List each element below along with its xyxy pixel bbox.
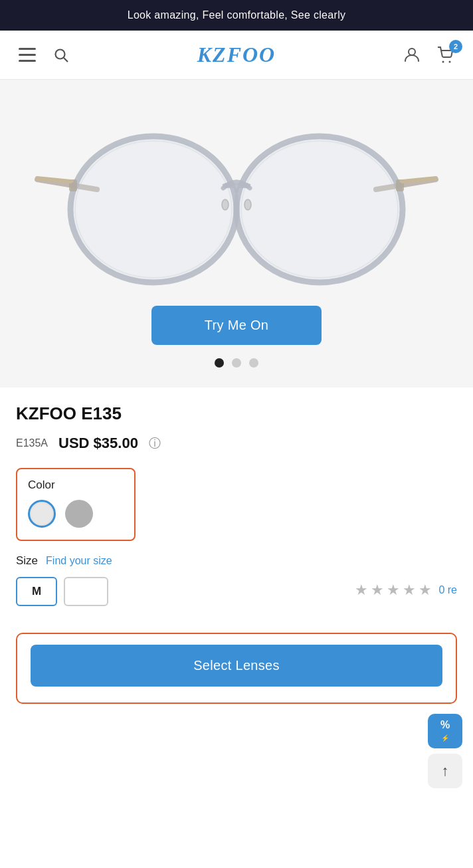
rating-row: ★ ★ ★ ★ ★ 0 re	[355, 582, 457, 599]
color-section: Color	[16, 468, 136, 541]
search-button[interactable]	[50, 45, 72, 66]
find-size-link[interactable]: Find your size	[46, 555, 112, 567]
dot-1[interactable]	[215, 358, 224, 368]
star-4: ★	[403, 582, 416, 599]
menu-button[interactable]	[16, 45, 39, 65]
cart-wrapper: 2	[434, 44, 457, 66]
header-right: 2	[401, 44, 457, 66]
cart-badge: 2	[449, 40, 462, 53]
product-image	[13, 106, 460, 292]
site-logo[interactable]: KZFOO	[72, 43, 401, 67]
size-row: Size Find your size	[16, 554, 457, 568]
svg-rect-1	[19, 54, 36, 56]
select-lenses-section: Select Lenses	[16, 633, 457, 704]
svg-rect-2	[19, 60, 36, 62]
star-3: ★	[387, 582, 400, 599]
scroll-top-button[interactable]: ↑	[428, 754, 462, 788]
header-left	[16, 45, 72, 66]
logo-text: KZFOO	[197, 43, 276, 66]
header: KZFOO 2	[0, 31, 473, 80]
svg-point-5	[409, 49, 415, 55]
svg-point-3	[56, 49, 65, 58]
discount-button[interactable]: %⚡	[428, 714, 462, 748]
svg-point-11	[75, 141, 232, 278]
star-2: ★	[371, 582, 384, 599]
dot-2[interactable]	[232, 358, 241, 368]
color-options	[28, 500, 124, 528]
svg-point-13	[241, 141, 398, 278]
top-banner: Look amazing, Feel comfortable, See clea…	[0, 0, 473, 31]
product-sku: E135A	[16, 437, 48, 449]
svg-point-19	[244, 199, 251, 210]
size-btn-m[interactable]: M	[16, 577, 57, 606]
product-image-area: Try Me On	[0, 80, 473, 387]
color-swatch-gray[interactable]	[65, 500, 93, 528]
size-label: Size	[16, 554, 38, 568]
scroll-top-icon: ↑	[442, 762, 449, 780]
svg-line-4	[64, 58, 68, 62]
svg-point-18	[222, 199, 229, 210]
star-5: ★	[419, 582, 432, 599]
select-lenses-button[interactable]: Select Lenses	[31, 645, 442, 687]
image-dots-indicator	[215, 358, 258, 368]
try-me-on-button[interactable]: Try Me On	[151, 306, 322, 345]
price-info-icon[interactable]: ⓘ	[149, 435, 161, 451]
svg-point-6	[442, 60, 444, 62]
product-details: KZFOO E135 E135A USD $35.00 ⓘ Color Size…	[0, 387, 473, 737]
svg-rect-0	[19, 48, 36, 50]
review-count[interactable]: 0 re	[438, 584, 457, 596]
dot-3[interactable]	[249, 358, 258, 368]
color-swatch-clear[interactable]	[28, 500, 56, 528]
banner-text: Look amazing, Feel comfortable, See clea…	[128, 9, 346, 21]
color-label: Color	[28, 479, 124, 492]
size-options: M	[16, 577, 108, 606]
product-price: USD $35.00	[58, 435, 138, 452]
account-button[interactable]	[401, 45, 423, 66]
product-title: KZFOO E135	[16, 403, 457, 424]
floating-buttons: %⚡ ↑	[428, 714, 462, 788]
size-btn-extra[interactable]	[64, 577, 108, 606]
star-1: ★	[355, 582, 368, 599]
stars: ★ ★ ★ ★ ★	[355, 582, 432, 599]
svg-point-7	[449, 60, 451, 62]
product-price-row: E135A USD $35.00 ⓘ	[16, 435, 457, 452]
discount-icon: %⚡	[440, 719, 450, 743]
